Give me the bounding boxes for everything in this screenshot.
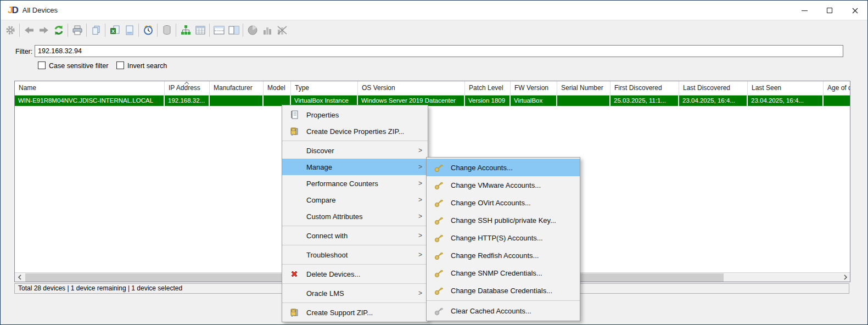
- context-menu: Properties Create Device Properties ZIP.…: [282, 105, 428, 322]
- key-gray-icon: [427, 306, 451, 316]
- table-view-icon[interactable]: [193, 23, 208, 38]
- column-header-model[interactable]: Model: [264, 81, 291, 95]
- menu-item-compare[interactable]: Compare >: [282, 192, 428, 208]
- invert-search-checkbox[interactable]: [116, 61, 124, 69]
- toolbar-separator: [19, 24, 20, 37]
- svg-text:X: X: [111, 28, 114, 33]
- scroll-left-button[interactable]: [15, 273, 24, 282]
- menu-item-delete-devices[interactable]: Delete Devices...: [282, 266, 428, 282]
- submenu-item-change-redfish[interactable]: Change Redfish Accounts...: [427, 246, 580, 264]
- refresh-icon[interactable]: [51, 23, 66, 38]
- export-document-icon[interactable]: [122, 23, 137, 38]
- no-chart-icon[interactable]: [275, 23, 289, 38]
- chevron-right-icon: [843, 274, 848, 280]
- menu-item-create-device-zip[interactable]: Create Device Properties ZIP...: [282, 123, 428, 139]
- topology-icon[interactable]: [178, 23, 193, 38]
- menu-item-create-support-zip[interactable]: Create Support ZIP...: [282, 304, 428, 321]
- menu-separator: [282, 245, 428, 245]
- menu-item-troubleshoot[interactable]: Troubleshoot >: [282, 246, 428, 263]
- menu-item-discover[interactable]: Discover >: [282, 142, 428, 159]
- column-header-first-discovered[interactable]: First Discovered: [611, 81, 679, 95]
- column-header-name[interactable]: Name: [15, 81, 165, 95]
- menu-item-manage[interactable]: Manage >: [282, 159, 428, 175]
- column-header-last-discovered[interactable]: Last Discovered: [679, 81, 748, 95]
- delete-icon: [282, 269, 306, 279]
- cell-last-discovered[interactable]: 23.04.2025, 16:4...: [679, 96, 748, 106]
- submenu-item-clear-cached-accounts[interactable]: Clear Cached Accounts...: [427, 302, 580, 320]
- back-icon[interactable]: [21, 23, 36, 38]
- column-header-serial-number[interactable]: Serial Number: [557, 81, 611, 95]
- cell-manufacturer[interactable]: [210, 96, 264, 106]
- cell-first-discovered[interactable]: 25.03.2025, 11:1...: [611, 96, 679, 106]
- toolbar: X: [1, 21, 867, 39]
- submenu-item-change-accounts[interactable]: Change Accounts...: [427, 159, 580, 176]
- submenu-item-change-database[interactable]: Change Database Credentials...: [427, 282, 580, 299]
- scheduler-icon[interactable]: [141, 23, 155, 38]
- close-button[interactable]: [842, 1, 867, 20]
- submenu-arrow-icon: >: [418, 232, 422, 239]
- menu-separator: [427, 300, 580, 301]
- chevron-left-icon: [18, 274, 22, 280]
- case-sensitive-label: Case sensitive filter: [49, 62, 108, 70]
- column-header-last-seen[interactable]: Last Seen: [748, 81, 824, 95]
- export-excel-icon[interactable]: X: [107, 23, 122, 38]
- menu-separator: [282, 226, 428, 226]
- column-header-type[interactable]: Type: [291, 81, 358, 95]
- menu-separator: [282, 141, 428, 141]
- bar-chart-icon[interactable]: [260, 23, 275, 38]
- column-header-fw-version[interactable]: FW Version: [511, 81, 557, 95]
- menu-item-performance-counters[interactable]: Performance Counters >: [282, 175, 428, 192]
- menu-item-oracle-lms[interactable]: Oracle LMS >: [282, 285, 428, 301]
- filter-input[interactable]: [35, 45, 843, 57]
- scroll-right-button[interactable]: [841, 273, 850, 282]
- invert-search-label: Invert search: [127, 62, 167, 70]
- submenu-item-change-ovirt[interactable]: Change OVirt Accounts...: [427, 194, 580, 211]
- cell-serial-number[interactable]: [557, 96, 611, 106]
- filter-label: Filter:: [15, 48, 32, 55]
- table-header-row: Name IP Address Manufacturer Model Type …: [15, 81, 850, 96]
- column-header-manufacturer[interactable]: Manufacturer: [210, 81, 264, 95]
- submenu-item-change-snmp[interactable]: Change SNMP Credentials...: [427, 264, 580, 282]
- menu-item-connect-with[interactable]: Connect with >: [282, 227, 428, 244]
- menu-separator: [282, 264, 428, 265]
- menu-item-properties[interactable]: Properties: [282, 107, 428, 123]
- case-sensitive-checkbox[interactable]: [38, 61, 46, 69]
- pie-chart-icon[interactable]: [245, 23, 260, 38]
- cell-ip-address[interactable]: 192.168.32...: [165, 96, 210, 106]
- cell-age[interactable]: [824, 96, 850, 106]
- submenu-item-change-https[interactable]: Change HTTP(S) Accounts...: [427, 229, 580, 246]
- toolbar-separator: [86, 24, 87, 37]
- submenu-arrow-icon: >: [418, 180, 422, 187]
- minimize-button[interactable]: [792, 1, 817, 20]
- key-icon: [427, 285, 451, 296]
- maximize-button[interactable]: [817, 1, 842, 20]
- copy-icon[interactable]: [88, 23, 103, 38]
- cell-name[interactable]: WIN-E91R8M04NVC.JDISC-INTERNAL.LOCAL: [15, 96, 165, 106]
- key-icon: [427, 215, 451, 226]
- database-icon[interactable]: [159, 23, 174, 38]
- cell-patch-level[interactable]: Version 1809: [465, 96, 511, 106]
- key-icon: [427, 268, 451, 278]
- column-header-age[interactable]: Age of d: [824, 81, 850, 95]
- menu-item-custom-attributes[interactable]: Custom Attributes >: [282, 208, 428, 225]
- settings-icon[interactable]: [3, 23, 18, 38]
- cell-fw-version[interactable]: VirtualBox: [511, 96, 557, 106]
- submenu-item-change-vmware[interactable]: Change VMware Accounts...: [427, 176, 580, 194]
- column-header-patch-level[interactable]: Patch Level: [465, 81, 511, 95]
- title-bar: JD All Devices: [1, 1, 867, 20]
- table-row-selected[interactable]: WIN-E91R8M04NVC.JDISC-INTERNAL.LOCAL 192…: [15, 96, 850, 106]
- column-header-ip-address[interactable]: IP Address: [165, 81, 210, 95]
- column-header-os-version[interactable]: OS Version: [358, 81, 465, 95]
- submenu-arrow-icon: >: [418, 196, 422, 204]
- cell-last-seen[interactable]: 23.04.2025, 16:4...: [748, 96, 824, 106]
- split-horizontal-icon[interactable]: [211, 23, 226, 38]
- forward-icon[interactable]: [36, 23, 51, 38]
- zip-archive-icon: [282, 307, 306, 317]
- split-vertical-icon[interactable]: [226, 23, 241, 38]
- print-icon[interactable]: [70, 23, 85, 38]
- close-icon: [852, 8, 858, 14]
- submenu-item-change-ssh-key[interactable]: Change SSH public/private Key...: [427, 211, 580, 229]
- submenu-arrow-icon: >: [418, 212, 422, 220]
- manage-submenu: Change Accounts... Change VMware Account…: [426, 157, 580, 321]
- toolbar-separator: [176, 24, 176, 37]
